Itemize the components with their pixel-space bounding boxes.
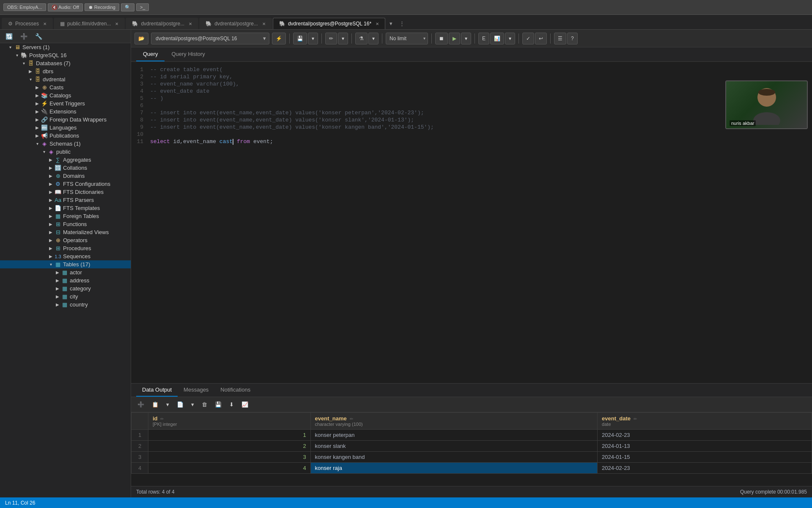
line-content[interactable]: -- ) [150,95,812,102]
filter-btn[interactable]: ⚗ [355,33,368,44]
sql-editor[interactable]: 1-- create table event(2-- id serial pri… [131,62,812,383]
tree-functions[interactable]: ▶ ⊞ Functions [0,220,131,228]
add-row-btn[interactable]: ➕ [134,399,147,410]
explain-btn[interactable]: E [478,33,489,44]
tab-film-close[interactable]: ✕ [115,22,118,26]
rollback-btn[interactable]: ↩ [535,33,547,44]
tree-foreign-tables[interactable]: ▶ ▦ Foreign Tables [0,212,131,220]
help-btn[interactable]: ? [567,33,578,44]
line-content[interactable]: -- create table event( [150,66,812,73]
tabs-more[interactable]: ▾ [386,18,396,29]
sidebar-props-btn[interactable]: 🔧 [32,31,45,42]
tree-languages[interactable]: ▶ 🔤 Languages [0,124,131,132]
tree-fts-parsers[interactable]: ▶ Aa FTS Parsers [0,196,131,204]
execute-options-btn[interactable]: ⚡ [272,33,286,44]
tree-collations[interactable]: ▶ 🔡 Collations [0,164,131,172]
table-row[interactable]: 44konser raja2024-02-23 [132,463,812,474]
sidebar-add-btn[interactable]: ➕ [17,31,30,42]
tab-processes-close[interactable]: ✕ [43,22,47,26]
line-content[interactable]: -- event_date date [150,88,812,94]
tab-dvd2[interactable]: 🐘 dvdrental/postgre... ✕ [199,18,272,29]
tab-dvd1[interactable]: 🐘 dvdrental/postgre... ✕ [126,18,198,29]
line-content[interactable]: select id,event_name cast from event; [150,138,812,145]
tree-tables[interactable]: ▾ ▦ Tables (17) [0,260,131,268]
table-row[interactable]: 22konser slank2024-01-13 [132,441,812,452]
tree-procedures[interactable]: ▶ ⊞ Procedures [0,244,131,252]
tree-extensions[interactable]: ▶ 🔌 Extensions [0,108,131,116]
terminal-btn[interactable]: >_ [136,3,149,11]
tree-sequences[interactable]: ▶ 1.3 Sequences [0,252,131,260]
tab-processes[interactable]: ⚙ Processes ✕ [2,18,53,29]
obs-btn[interactable]: OBS: EmployA... [3,3,46,11]
stop-btn[interactable]: ⏹ [435,33,448,44]
tab-query[interactable]: Query [136,47,165,61]
tree-fts-config[interactable]: ▶ ⚙ FTS Configurations [0,180,131,188]
download-btn[interactable]: ⬇ [226,399,237,410]
tab-dvd2-close[interactable]: ✕ [262,22,266,26]
commit-btn[interactable]: ✓ [522,33,534,44]
chart-btn[interactable]: 📈 [239,399,251,410]
limit-selector[interactable]: No limit 100 500 1000 [386,33,428,44]
tree-country[interactable]: ▶ ▦ country [0,301,131,309]
search-btn[interactable]: 🔍 [121,3,134,11]
tree-domains[interactable]: ▶ ⊛ Domains [0,172,131,180]
tree-pg16[interactable]: ▾ 🐘 PostgreSQL 16 [0,51,131,59]
tab-messages[interactable]: Messages [178,384,214,397]
pencil-btn[interactable]: ✏ [325,33,337,44]
list-btn[interactable]: ☰ [554,33,566,44]
copy-btn[interactable]: 📋 [149,399,162,410]
line-content[interactable]: -- insert into event(event_name,event_da… [150,110,812,116]
save-btn[interactable]: 💾 [293,33,307,44]
line-content[interactable]: -- insert into event(event_name,event_da… [150,124,812,130]
tree-fts-dict[interactable]: ▶ 📖 FTS Dictionaries [0,188,131,196]
tab-dvd3-close[interactable]: ✕ [376,22,379,26]
tab-notifications[interactable]: Notifications [214,384,256,397]
tree-catalogs[interactable]: ▶ 📚 Catalogs [0,91,131,99]
pencil-dropdown-btn[interactable]: ▾ [338,33,348,44]
run-btn[interactable]: ▶ [449,33,460,44]
tree-mat-views[interactable]: ▶ ⊟ Materialized Views [0,228,131,236]
tree-dvdrental[interactable]: ▾ 🗄 dvdrental [0,75,131,83]
paste-dropdown-btn[interactable]: ▾ [188,399,197,410]
tree-address[interactable]: ▶ ▦ address [0,276,131,284]
tab-data-output[interactable]: Data Output [136,384,178,397]
line-content[interactable]: -- insert into event(event_name,event_da… [150,117,812,123]
tree-casts[interactable]: ▶ ⊕ Casts [0,83,131,91]
save-dropdown-btn[interactable]: ▾ [308,33,318,44]
table-row[interactable]: 33konser kangen band2024-01-15 [132,452,812,463]
tree-servers[interactable]: ▾ 🖥 Servers (1) [0,43,131,51]
tree-fts-templates[interactable]: ▶ 📄 FTS Templates [0,204,131,212]
tree-aggregates[interactable]: ▶ ∑ Aggregates [0,156,131,164]
tree-actor[interactable]: ▶ ▦ actor [0,268,131,276]
tree-fdw[interactable]: ▶ 🔗 Foreign Data Wrappers [0,116,131,124]
tree-databases[interactable]: ▾ 🗄 Databases (7) [0,59,131,67]
tree-event-triggers[interactable]: ▶ ⚡ Event Triggers [0,99,131,108]
line-content[interactable]: -- event_name varchar(100), [150,81,812,87]
tree-category[interactable]: ▶ ▦ category [0,284,131,293]
tree-city[interactable]: ▶ ▦ city [0,293,131,301]
audio-btn[interactable]: 🔇 Audio: Off [48,3,83,11]
tab-dvd1-close[interactable]: ✕ [189,22,192,26]
col-edit-icon-event_date[interactable]: ✏ [632,417,637,421]
filter-dropdown-btn[interactable]: ▾ [368,33,379,44]
col-edit-icon-id[interactable]: ✏ [159,417,164,421]
open-file-btn[interactable]: 📂 [134,33,148,44]
copy-dropdown-btn[interactable]: ▾ [163,399,172,410]
tab-dvd3[interactable]: 🐘 dvdrental/postgres@PostgreSQL 16* ✕ [273,18,385,29]
save-data-btn[interactable]: 💾 [212,399,225,410]
tabs-overflow[interactable]: ⋮ [396,18,408,29]
explain-dropdown-btn[interactable]: ▾ [505,33,515,44]
tree-publications[interactable]: ▶ 📢 Publications [0,132,131,140]
tab-query-history[interactable]: Query History [165,47,211,61]
paste-btn[interactable]: 📄 [174,399,187,410]
tree-operators[interactable]: ▶ ⊕ Operators [0,236,131,244]
recording-btn[interactable]: ⏺ Recording [85,3,119,11]
tab-film[interactable]: ▦ public.film/dvdren... ✕ [54,18,125,29]
tree-public[interactable]: ▾ ◈ public [0,148,131,156]
run-dropdown-btn[interactable]: ▾ [461,33,471,44]
delete-btn[interactable]: 🗑 [199,399,210,410]
connection-selector[interactable]: dvdrental/postgres@PostgreSQL 16 [151,33,269,44]
tree-schemas[interactable]: ▾ ◈ Schemas (1) [0,140,131,148]
col-edit-icon-event_name[interactable]: ✏ [348,417,353,421]
sidebar-refresh-btn[interactable]: 🔃 [3,31,16,42]
